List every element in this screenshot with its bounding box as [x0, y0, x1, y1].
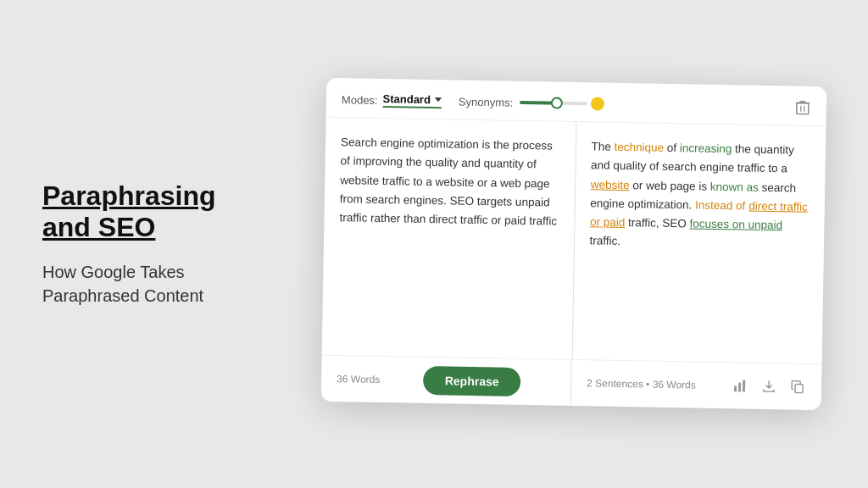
- slider-bulb-icon: [591, 97, 604, 110]
- highlight-known-as: known as: [710, 180, 759, 193]
- footer-right: 2 Sentences • 36 Words: [571, 360, 822, 410]
- input-pane[interactable]: Search engine optimization is the proces…: [322, 118, 576, 359]
- synonyms-slider[interactable]: [520, 96, 604, 111]
- copy-icon: [791, 380, 804, 393]
- mode-selector[interactable]: Standard: [382, 92, 442, 108]
- input-word-count: 36 Words: [337, 373, 380, 385]
- highlight-increasing: increasing: [680, 141, 732, 155]
- highlight-website: website: [591, 178, 630, 191]
- chevron-down-icon: [435, 97, 442, 102]
- mode-group: Modes: Standard: [342, 92, 442, 108]
- svg-rect-4: [734, 385, 737, 391]
- svg-rect-5: [738, 382, 741, 391]
- footer-row: 36 Words Rephrase 2 Sentences • 36 Words: [321, 355, 822, 410]
- output-pane: The technique of increasing the quantity…: [572, 122, 826, 363]
- synonyms-label: Synonyms:: [459, 95, 514, 108]
- modes-label: Modes:: [342, 93, 378, 107]
- highlight-focuses-on: focuses on unpaid: [689, 217, 782, 231]
- trash-icon: [796, 100, 810, 115]
- page-title: Paraphrasing and SEO: [42, 180, 263, 243]
- tool-body: Search engine optimization is the proces…: [322, 118, 826, 363]
- mode-value-text: Standard: [382, 92, 431, 106]
- synonyms-group: Synonyms:: [459, 95, 605, 111]
- stats-button[interactable]: [732, 377, 748, 394]
- output-text: The technique of increasing the quantity…: [589, 140, 807, 247]
- download-button[interactable]: [760, 378, 777, 395]
- slider-track: [520, 101, 587, 105]
- slider-thumb: [551, 97, 563, 109]
- highlight-technique: technique: [614, 141, 664, 154]
- input-text: Search engine optimization is the proces…: [339, 136, 557, 228]
- highlight-instead: Instead of: [695, 198, 746, 212]
- svg-rect-7: [795, 385, 803, 393]
- page-subtitle: How Google Takes Paraphrased Content: [42, 260, 263, 308]
- rephrase-button[interactable]: Rephrase: [423, 366, 521, 396]
- paraphrase-tool: Modes: Standard Synonyms:: [321, 78, 827, 410]
- svg-rect-0: [797, 103, 809, 114]
- footer-left: 36 Words Rephrase: [321, 356, 572, 406]
- output-stats: 2 Sentences • 36 Words: [587, 377, 720, 391]
- download-icon: [762, 380, 776, 393]
- bar-chart-icon: [733, 379, 747, 392]
- svg-rect-6: [743, 380, 745, 392]
- trash-button[interactable]: [794, 98, 811, 117]
- copy-button[interactable]: [789, 378, 806, 395]
